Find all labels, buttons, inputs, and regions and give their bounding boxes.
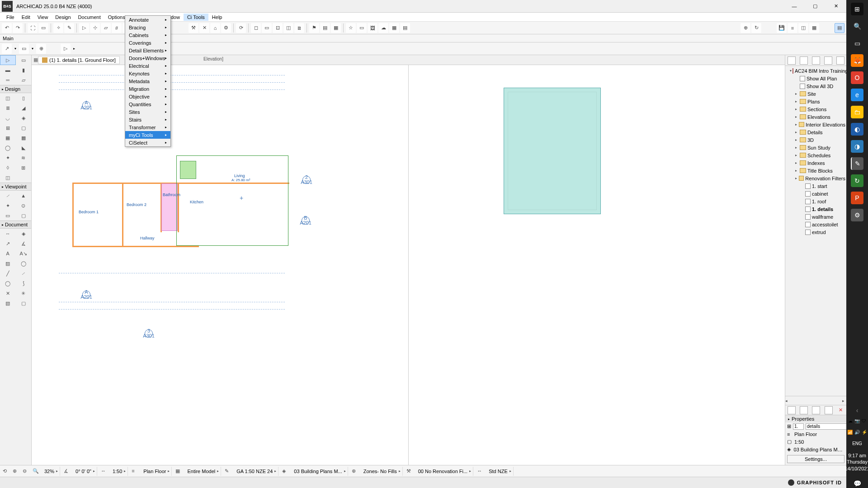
refresh-icon[interactable]: ↻ — [751, 23, 761, 33]
angle-icon[interactable]: ∡ — [64, 468, 70, 474]
notifications-icon[interactable]: 💬 — [851, 479, 863, 488]
grid-tool[interactable]: ⊞ — [16, 163, 32, 173]
sheet-icon[interactable]: ▤ — [320, 23, 330, 33]
snap-icon[interactable]: ⊹ — [90, 23, 100, 33]
object-tool[interactable]: ⊞ — [0, 123, 16, 133]
zoom-actual-icon[interactable]: 🔍 — [33, 468, 39, 474]
menu-file[interactable]: File — [3, 14, 18, 21]
pencil-icon[interactable]: ✎ — [64, 23, 74, 33]
menuitem-ciselect[interactable]: CiSelect▸ — [125, 139, 170, 146]
status-scale[interactable]: 1:50 — [113, 469, 122, 474]
explorer-icon[interactable]: 🗀 — [851, 106, 863, 118]
measure-icon[interactable]: ⟳ — [236, 23, 246, 33]
x-icon[interactable]: ✕ — [199, 23, 209, 33]
detail-tool[interactable]: ▭ — [0, 211, 16, 221]
nav-layout-icon[interactable] — [812, 56, 820, 65]
nav-item-accesstoilet[interactable]: accesstoilet — [786, 221, 845, 228]
zoomin-icon[interactable]: ⊕ — [13, 468, 19, 474]
marquee-tool[interactable]: ▭ — [16, 55, 32, 65]
menu-view[interactable]: View — [34, 14, 52, 21]
corner-tool[interactable]: ◣ — [16, 143, 32, 153]
roof-icon[interactable]: ⌂ — [210, 23, 220, 33]
maximize-button[interactable]: ▢ — [805, 0, 826, 13]
nav-item-cabinet[interactable]: cabinet — [786, 190, 845, 197]
roof-tool[interactable]: ◢ — [16, 103, 32, 113]
line-tool[interactable]: ╱ — [0, 268, 16, 278]
menuitem-transformer[interactable]: Transformer▸ — [125, 123, 170, 131]
status-ga[interactable]: GA 1:50 NZE 24 — [236, 469, 273, 474]
taskbar-clock[interactable]: 9:17 am Thursday 14/10/2021 — [844, 452, 868, 474]
layers-icon[interactable]: ≡ — [788, 23, 797, 33]
nav-root[interactable]: ▾AC24 BIM Intro Training Bac — [786, 67, 845, 75]
slab-tool[interactable]: ▱ — [16, 75, 32, 85]
status-plans[interactable]: 03 Building Plans M... — [294, 469, 342, 474]
close-button[interactable]: ✕ — [826, 0, 846, 13]
status-std[interactable]: Std NZE — [489, 469, 508, 474]
design-section-header[interactable]: ▸Design — [0, 85, 31, 93]
menuitem-sites[interactable]: Sites▸ — [125, 108, 170, 116]
layout-icon[interactable]: ▦ — [809, 23, 819, 33]
document-section-header[interactable]: ▸Document — [0, 221, 31, 229]
hotspot-tool[interactable]: ✕ — [0, 288, 16, 298]
taskview-icon[interactable]: ▭ — [851, 37, 863, 50]
pencil-app-icon[interactable]: ✎ — [851, 157, 863, 170]
settings-tray-icon[interactable]: ⚙ — [851, 209, 863, 221]
nav-delete-icon[interactable]: ✕ — [837, 407, 844, 414]
powerpoint-icon[interactable]: P — [851, 192, 863, 204]
table-icon[interactable]: ▦ — [389, 23, 399, 33]
expand-tray-icon[interactable]: ‹ — [856, 407, 859, 414]
redo-button[interactable]: ↷ — [13, 23, 23, 33]
circle-tool[interactable]: ◯ — [16, 258, 32, 268]
nav-item-show-all-3d[interactable]: Show All 3D — [786, 82, 845, 90]
dim-status-icon[interactable]: ↔ — [477, 468, 483, 474]
section-marker-2[interactable]: 2A301 — [302, 176, 311, 184]
nav-act1-icon[interactable] — [788, 406, 796, 414]
arrow-icon[interactable]: ▷ — [61, 44, 71, 54]
card-icon[interactable]: ▭ — [357, 23, 367, 33]
graphisoft-id-bar[interactable]: GRAPHISOFT ID — [0, 477, 846, 488]
zoom-window-icon[interactable]: ▭ — [38, 23, 48, 33]
tray-bat-icon[interactable]: ⚡ — [862, 430, 867, 435]
nav-act3-icon[interactable] — [812, 406, 820, 414]
skylight-tool[interactable]: ◊ — [0, 163, 16, 173]
text-tool[interactable]: ◫ — [0, 173, 16, 183]
tab-plan[interactable]: (1) 1. details [1. Ground Floor] — [38, 56, 120, 64]
figure-tool[interactable]: ▧ — [0, 298, 16, 308]
elevation-tool[interactable]: ▲ — [16, 191, 32, 201]
favorite-icon[interactable]: ⊕ — [36, 44, 46, 54]
reno-status-icon[interactable]: ⚒ — [406, 468, 413, 474]
worksheet-tool[interactable]: ▢ — [16, 211, 32, 221]
drawing-tool[interactable]: ▢ — [16, 298, 32, 308]
status-reno[interactable]: 00 No Renovation Fi... — [418, 469, 467, 474]
marquee-icon[interactable]: ◻ — [251, 23, 261, 33]
minimize-button[interactable]: — — [784, 0, 805, 13]
status-coord[interactable]: 0° 0' 0" — [75, 469, 91, 474]
tray-lang[interactable]: ENG — [852, 441, 862, 446]
nav-item-site[interactable]: ▸Site — [786, 90, 845, 98]
fit-icon[interactable]: ⟲ — [3, 468, 9, 474]
mesh-tool[interactable]: ▦ — [0, 133, 16, 143]
page-icon[interactable]: 🗎 — [294, 23, 304, 33]
menu-document[interactable]: Document — [75, 14, 104, 21]
radial-tool[interactable]: ↗ — [0, 239, 16, 249]
nav-item-elevations[interactable]: ▸Elevations — [786, 113, 845, 121]
stair-tool[interactable]: ≣ — [0, 103, 16, 113]
cursor-icon[interactable]: ▷ — [79, 23, 89, 33]
crop-icon[interactable]: ⊡ — [273, 23, 283, 33]
pen-status-icon[interactable]: ✎ — [225, 468, 231, 474]
three-d-view-canvas[interactable]: (1) cabinet [3D / Selection, Story 1] ▾ — [409, 65, 785, 465]
level-tool[interactable]: ◈ — [16, 229, 32, 239]
arc-tool[interactable]: ⟋ — [16, 268, 32, 278]
zone-tool[interactable]: ▢ — [16, 123, 32, 133]
plan-view-canvas[interactable]: AA201 AA201 BA201 3A301 2A301 — [32, 65, 409, 465]
nav-projectmap-icon[interactable] — [788, 56, 796, 65]
plane-icon[interactable]: ▱ — [101, 23, 111, 33]
nav-more-icon[interactable] — [836, 56, 844, 65]
menuitem-electrical[interactable]: Electrical▸ — [125, 62, 170, 70]
nav-item-title-blocks[interactable]: ▸Title Blocks — [786, 167, 845, 174]
firefox-icon[interactable]: 🦊 — [851, 54, 863, 67]
floor-status-icon[interactable]: ≡ — [132, 468, 138, 474]
nav-item-1-details[interactable]: 1. details — [786, 205, 845, 213]
archicad-icon[interactable]: ◑ — [851, 140, 863, 153]
nav-item-renovation-filters[interactable]: ▸Renovation Filters — [786, 174, 845, 182]
